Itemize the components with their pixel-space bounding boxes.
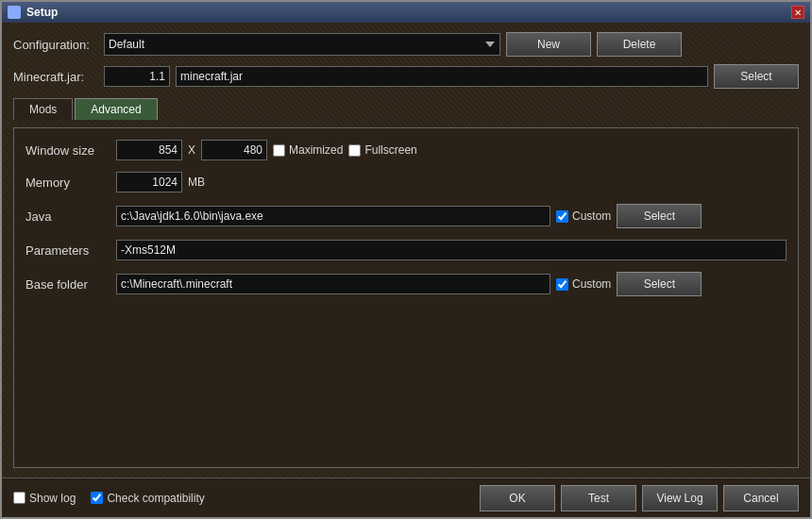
memory-row: Memory MB [25, 172, 787, 193]
cancel-button[interactable]: Cancel [723, 485, 799, 511]
window-size-row: Window size X Maximized Fullscreen [25, 140, 787, 160]
configuration-row: Configuration: Default New Delete [13, 32, 799, 57]
tab-mods[interactable]: Mods [13, 98, 73, 120]
java-label: Java [25, 209, 110, 224]
tab-advanced[interactable]: Advanced [75, 98, 157, 120]
bottom-bar-right: OK Test View Log Cancel [480, 485, 799, 511]
mb-label: MB [188, 176, 205, 189]
minecraft-jar-label: Minecraft.jar: [13, 70, 98, 84]
content-spacer [25, 308, 787, 456]
window-width-input[interactable] [116, 140, 182, 160]
memory-input[interactable] [116, 172, 182, 193]
new-button[interactable]: New [506, 32, 591, 57]
maximized-checkbox-label: Maximized [273, 143, 343, 157]
fullscreen-checkbox[interactable] [348, 144, 361, 157]
base-folder-input[interactable] [116, 274, 550, 294]
check-compat-text: Check compatibility [107, 492, 204, 505]
bottom-bar-left: Show log Check compatibility [13, 492, 472, 505]
main-content: Configuration: Default New Delete Minecr… [2, 23, 810, 477]
memory-label: Memory [25, 176, 110, 190]
check-compat-checkbox[interactable] [91, 492, 103, 504]
view-log-button[interactable]: View Log [642, 485, 718, 511]
configuration-label: Configuration: [13, 38, 98, 52]
show-log-label: Show log [13, 492, 76, 505]
base-select-button[interactable]: Select [617, 272, 702, 296]
tab-bar: Mods Advanced [13, 98, 799, 120]
base-custom-label: Custom [556, 277, 611, 291]
parameters-input[interactable] [116, 240, 787, 260]
jar-select-button[interactable]: Select [714, 64, 799, 89]
configuration-select[interactable]: Default [104, 33, 500, 56]
java-custom-label: Custom [556, 209, 611, 223]
parameters-row: Parameters [25, 240, 787, 260]
base-custom-checkbox[interactable] [556, 278, 568, 291]
maximized-label: Maximized [289, 143, 343, 157]
check-compat-label: Check compatibility [91, 492, 204, 505]
base-folder-row: Base folder Custom Select [25, 272, 787, 296]
parameters-label: Parameters [25, 243, 110, 258]
base-custom-text: Custom [572, 277, 611, 291]
close-button[interactable]: ✕ [791, 6, 804, 19]
window-height-input[interactable] [201, 140, 267, 160]
maximized-checkbox[interactable] [273, 144, 285, 157]
x-separator: X [188, 143, 195, 157]
show-log-checkbox[interactable] [13, 492, 25, 504]
jar-version-input[interactable] [104, 66, 170, 87]
minecraft-jar-row: Minecraft.jar: Select [13, 64, 799, 89]
window-size-label: Window size [25, 143, 110, 158]
delete-button[interactable]: Delete [597, 32, 682, 57]
advanced-tab-content: Window size X Maximized Fullscreen Memor… [13, 127, 799, 468]
bottom-bar: Show log Check compatibility OK Test Vie… [2, 477, 810, 517]
java-row: Java Custom Select [25, 204, 787, 228]
window-title: Setup [26, 6, 58, 19]
ok-button[interactable]: OK [480, 485, 555, 511]
show-log-text: Show log [29, 492, 76, 505]
test-button[interactable]: Test [561, 485, 636, 511]
window-icon [8, 6, 21, 19]
base-folder-label: Base folder [25, 277, 110, 292]
java-custom-checkbox[interactable] [556, 210, 568, 223]
java-custom-text: Custom [572, 209, 611, 223]
setup-window: Setup ✕ Configuration: Default New Delet… [0, 0, 812, 519]
title-bar: Setup ✕ [2, 2, 810, 23]
fullscreen-label: Fullscreen [364, 143, 416, 157]
jar-name-input[interactable] [176, 66, 708, 87]
java-select-button[interactable]: Select [617, 204, 702, 228]
fullscreen-checkbox-label: Fullscreen [348, 143, 416, 157]
java-path-input[interactable] [116, 206, 550, 226]
